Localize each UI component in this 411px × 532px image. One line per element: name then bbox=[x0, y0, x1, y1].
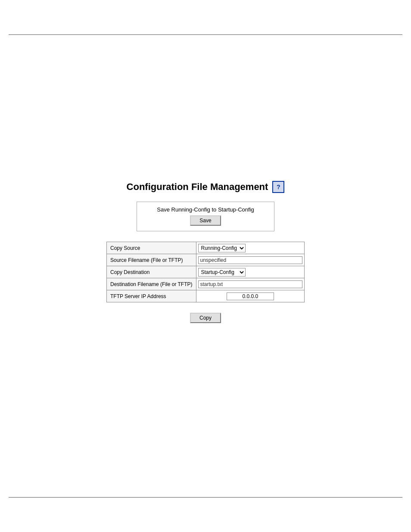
destination-filename-value bbox=[196, 278, 305, 290]
copy-source-label: Copy Source bbox=[107, 242, 196, 254]
table-row: TFTP Server IP Address bbox=[107, 290, 305, 302]
tftp-ip-input[interactable] bbox=[227, 292, 274, 300]
copy-button[interactable]: Copy bbox=[190, 313, 221, 323]
source-filename-value bbox=[196, 254, 305, 266]
destination-filename-input[interactable] bbox=[198, 280, 303, 288]
tftp-ip-label: TFTP Server IP Address bbox=[107, 290, 196, 302]
table-row: Copy Source Running-Config Startup-Confi… bbox=[107, 242, 305, 254]
save-label: Save Running-Config to Startup-Config bbox=[157, 206, 254, 213]
copy-destination-label: Copy Destination bbox=[107, 266, 196, 278]
destination-filename-label: Destination Filename (File or TFTP) bbox=[107, 278, 196, 290]
copy-destination-select[interactable]: Startup-Config Running-Config TFTP bbox=[198, 268, 246, 277]
copy-destination-value: Startup-Config Running-Config TFTP bbox=[196, 266, 305, 278]
table-row: Source Filename (File or TFTP) bbox=[107, 254, 305, 266]
page-title: Configuration File Management bbox=[127, 181, 268, 193]
copy-source-value: Running-Config Startup-Config TFTP bbox=[196, 242, 305, 254]
save-section: Save Running-Config to Startup-Config Sa… bbox=[137, 202, 274, 231]
source-filename-label: Source Filename (File or TFTP) bbox=[107, 254, 196, 266]
table-row: Copy Destination Startup-Config Running-… bbox=[107, 266, 305, 278]
table-row: Destination Filename (File or TFTP) bbox=[107, 278, 305, 290]
main-content: Configuration File Management ? Save Run… bbox=[0, 0, 411, 323]
save-button[interactable]: Save bbox=[190, 215, 221, 226]
tftp-ip-value bbox=[196, 290, 305, 302]
source-filename-input[interactable] bbox=[198, 256, 303, 264]
config-table: Copy Source Running-Config Startup-Confi… bbox=[106, 242, 305, 302]
bottom-border bbox=[9, 497, 402, 498]
top-border bbox=[9, 34, 402, 35]
copy-source-select[interactable]: Running-Config Startup-Config TFTP bbox=[198, 244, 246, 252]
title-row: Configuration File Management ? bbox=[127, 181, 285, 193]
help-icon[interactable]: ? bbox=[272, 181, 284, 193]
